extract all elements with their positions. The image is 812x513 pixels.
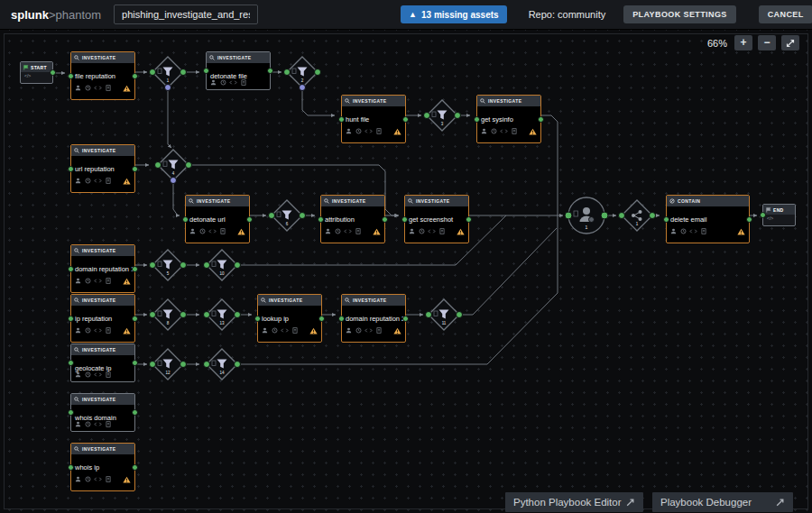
- output-port[interactable]: [132, 166, 138, 172]
- input-port[interactable]: [663, 216, 669, 223]
- input-port[interactable]: [426, 312, 432, 318]
- input-port[interactable]: [318, 216, 324, 223]
- input-port[interactable]: [182, 216, 189, 223]
- cancel-button[interactable]: CANCEL: [759, 5, 812, 23]
- input-port[interactable]: [760, 212, 766, 218]
- filter-node-14[interactable]: 14: [204, 349, 241, 380]
- action-block-whois-ip[interactable]: INVESTIGATEwhois ip: [70, 443, 135, 491]
- input-port[interactable]: [254, 316, 261, 322]
- input-port[interactable]: [204, 262, 210, 269]
- action-block-domain-reputation-2[interactable]: INVESTIGATEdomain reputation 2: [341, 294, 406, 343]
- start-node[interactable]: START </>: [20, 61, 53, 84]
- input-port[interactable]: [204, 312, 210, 318]
- output-port[interactable]: [180, 362, 187, 368]
- input-port[interactable]: [338, 316, 345, 322]
- input-port[interactable]: [150, 362, 156, 368]
- input-port[interactable]: [565, 212, 572, 219]
- output-port[interactable]: [132, 266, 138, 272]
- input-port[interactable]: [401, 216, 408, 223]
- input-port[interactable]: [204, 362, 210, 368]
- playbook-debugger-panel[interactable]: Playbook Debugger: [652, 492, 793, 512]
- action-block-detonate-file[interactable]: INVESTIGATEdetonate file: [206, 51, 271, 90]
- output-port[interactable]: [402, 116, 409, 123]
- input-port[interactable]: [269, 213, 275, 219]
- output-port[interactable]: [180, 262, 187, 269]
- zoom-out-button[interactable]: −: [758, 35, 776, 50]
- input-port[interactable]: [68, 360, 74, 366]
- filter-node-13[interactable]: 13: [204, 299, 241, 330]
- output-port[interactable]: [132, 316, 138, 322]
- action-block-attribution[interactable]: INVESTIGATEattribution: [320, 195, 385, 243]
- playbook-settings-button[interactable]: PLAYBOOK SETTINGS: [623, 5, 735, 23]
- branch-port[interactable]: [300, 85, 306, 91]
- output-port[interactable]: [132, 73, 138, 79]
- input-port[interactable]: [68, 409, 74, 416]
- zoom-fit-button[interactable]: [781, 35, 799, 50]
- action-block-whois-domain[interactable]: INVESTIGATEwhois domain: [70, 393, 135, 432]
- output-port[interactable]: [746, 216, 752, 223]
- output-port[interactable]: [180, 69, 187, 76]
- input-port[interactable]: [68, 73, 74, 79]
- input-port[interactable]: [284, 69, 291, 76]
- filter-node-2[interactable]: 2: [284, 57, 321, 91]
- input-port[interactable]: [68, 316, 74, 322]
- filter-node-4[interactable]: 4: [155, 150, 192, 184]
- filter-node-3[interactable]: 3: [424, 100, 461, 131]
- expand-icon[interactable]: [625, 498, 635, 508]
- input-port[interactable]: [150, 312, 156, 318]
- action-block-geolocate-ip[interactable]: INVESTIGATEgeolocate ip: [70, 344, 135, 382]
- input-port[interactable]: [424, 113, 430, 119]
- action-block-delete-email[interactable]: CONTAINdelete email: [666, 195, 750, 243]
- playbook-title-input[interactable]: [114, 5, 258, 24]
- action-block-domain-reputation-1[interactable]: INVESTIGATEdomain reputation 1: [70, 244, 135, 293]
- output-port[interactable]: [457, 312, 463, 318]
- filter-node-11[interactable]: 11: [426, 299, 463, 330]
- zoom-in-button[interactable]: +: [734, 35, 752, 50]
- decision-node[interactable]: 1: [619, 200, 656, 231]
- input-port[interactable]: [68, 464, 74, 471]
- input-port[interactable]: [68, 266, 74, 272]
- filter-node-8[interactable]: 8: [150, 299, 187, 330]
- branch-port[interactable]: [171, 178, 177, 184]
- output-port[interactable]: [267, 68, 273, 74]
- action-block-url-reputation[interactable]: INVESTIGATEurl reputation: [70, 144, 135, 193]
- output-port[interactable]: [132, 464, 138, 471]
- input-port[interactable]: [155, 162, 161, 169]
- output-port[interactable]: [538, 116, 544, 123]
- action-block-detonate-url[interactable]: INVESTIGATEdetonate url: [185, 195, 250, 243]
- filter-node-1[interactable]: 1: [150, 57, 187, 91]
- input-port[interactable]: [338, 116, 345, 123]
- filter-node-12[interactable]: 12: [150, 349, 187, 380]
- python-playbook-editor-panel[interactable]: Python Playbook Editor: [505, 492, 643, 512]
- output-port[interactable]: [235, 262, 241, 269]
- output-port[interactable]: [235, 362, 241, 368]
- action-block-get-sysinfo[interactable]: INVESTIGATEget sysinfo: [476, 95, 541, 143]
- output-port[interactable]: [50, 69, 56, 76]
- output-port[interactable]: [315, 69, 321, 76]
- output-port[interactable]: [466, 216, 472, 223]
- output-port[interactable]: [246, 216, 253, 223]
- join-task-node[interactable]: 1: [565, 197, 608, 234]
- output-port[interactable]: [235, 312, 241, 318]
- branch-port[interactable]: [165, 85, 171, 91]
- filter-node-10[interactable]: 10: [204, 250, 241, 280]
- output-port[interactable]: [318, 316, 325, 322]
- filter-node-6[interactable]: 6: [269, 200, 306, 231]
- action-block-ip-reputation[interactable]: INVESTIGATEip reputation: [70, 294, 135, 343]
- output-port[interactable]: [132, 409, 138, 416]
- output-port[interactable]: [300, 213, 306, 219]
- output-port[interactable]: [601, 212, 608, 219]
- output-port[interactable]: [186, 162, 192, 169]
- output-port[interactable]: [402, 316, 409, 322]
- action-block-file-reputation[interactable]: INVESTIGATEfile reputation: [70, 51, 135, 100]
- output-port[interactable]: [180, 312, 187, 318]
- playbook-canvas[interactable]: 1234651081311121411 66% + − START </> EN…: [0, 30, 812, 513]
- action-block-get-screenshot[interactable]: INVESTIGATEget screenshot: [404, 195, 469, 243]
- input-port[interactable]: [619, 213, 625, 219]
- action-block-lookup-ip[interactable]: INVESTIGATElookup ip: [257, 294, 322, 343]
- action-block-hunt-file[interactable]: INVESTIGATEhunt file: [341, 95, 406, 143]
- output-port[interactable]: [455, 113, 461, 119]
- output-port[interactable]: [132, 360, 138, 366]
- filter-node-5[interactable]: 5: [150, 250, 187, 280]
- output-port[interactable]: [382, 216, 388, 223]
